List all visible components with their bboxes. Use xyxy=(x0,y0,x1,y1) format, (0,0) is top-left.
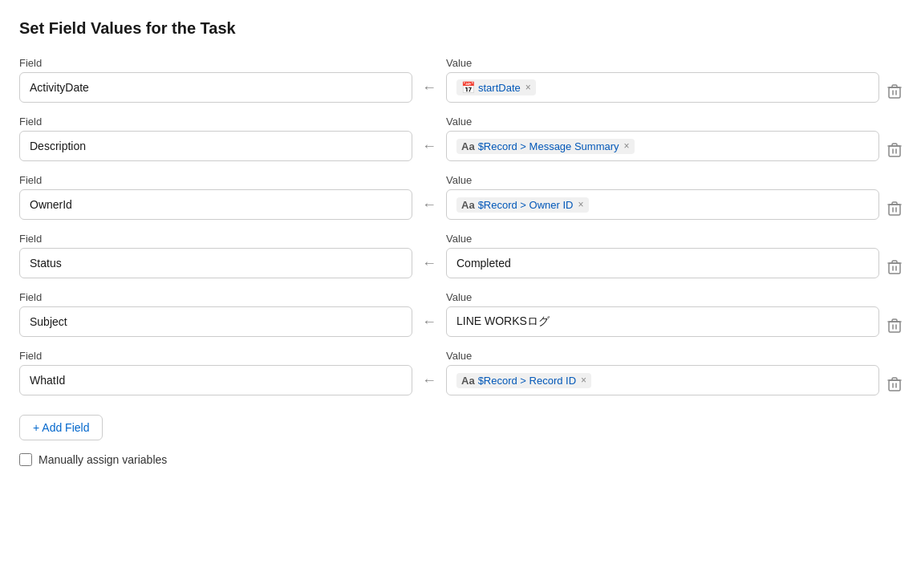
tag-text: $Record > Message Summary xyxy=(478,140,619,152)
manually-assign-checkbox[interactable] xyxy=(19,453,32,466)
value-label: Value xyxy=(446,291,879,303)
manually-assign-text: Manually assign variables xyxy=(39,453,167,466)
arrow-icon: ← xyxy=(412,197,446,220)
delete-row-button[interactable] xyxy=(887,142,902,161)
tag-close-button[interactable]: × xyxy=(578,199,583,210)
value-tag: Aa$Record > Owner ID× xyxy=(456,197,589,213)
field-group: FieldSubject xyxy=(19,291,412,337)
svg-rect-1 xyxy=(889,146,900,156)
field-input[interactable]: Status xyxy=(19,248,412,278)
field-row: FieldOwnerId←ValueAa$Record > Owner ID× xyxy=(19,174,902,220)
trash-icon xyxy=(887,142,902,158)
tag-text: $Record > Owner ID xyxy=(478,199,574,211)
field-input[interactable]: OwnerId xyxy=(19,189,412,220)
field-row: FieldSubject←ValueLINE WORKSログ xyxy=(19,291,902,337)
field-input[interactable]: Subject xyxy=(19,306,412,337)
delete-row-button[interactable] xyxy=(887,201,902,220)
value-label: Value xyxy=(446,233,879,245)
value-input[interactable]: 📅startDate× xyxy=(446,72,879,103)
value-tag: Aa$Record > Record ID× xyxy=(456,373,591,388)
value-input[interactable]: Aa$Record > Owner ID× xyxy=(446,189,879,220)
field-label: Field xyxy=(19,291,412,303)
svg-rect-4 xyxy=(889,322,900,332)
delete-row-button[interactable] xyxy=(887,318,902,337)
tag-close-button[interactable]: × xyxy=(581,375,586,386)
field-row: FieldWhatId←ValueAa$Record > Record ID× xyxy=(19,350,902,395)
value-tag: 📅startDate× xyxy=(456,79,536,95)
delete-row-button[interactable] xyxy=(887,83,902,103)
svg-rect-3 xyxy=(889,263,900,274)
value-tag: Aa$Record > Message Summary× xyxy=(456,139,635,154)
value-input[interactable]: LINE WORKSログ xyxy=(446,306,879,337)
field-group: FieldStatus xyxy=(19,233,412,278)
trash-icon xyxy=(887,201,902,217)
value-label: Value xyxy=(446,174,879,186)
arrow-icon: ← xyxy=(412,138,446,161)
field-row: FieldStatus←ValueCompleted xyxy=(19,233,902,278)
field-label: Field xyxy=(19,350,412,362)
field-row: FieldActivityDate←Value📅startDate× xyxy=(19,57,902,103)
arrow-icon: ← xyxy=(412,79,446,103)
text-icon: Aa xyxy=(461,199,475,211)
add-field-label: + Add Field xyxy=(33,421,89,434)
field-input[interactable]: Description xyxy=(19,131,412,161)
field-group: FieldOwnerId xyxy=(19,174,412,220)
field-label: Field xyxy=(19,116,412,128)
svg-rect-5 xyxy=(889,380,900,391)
value-group: ValueCompleted xyxy=(446,233,879,278)
arrow-icon: ← xyxy=(412,255,446,278)
delete-row-button[interactable] xyxy=(887,259,902,278)
trash-icon xyxy=(887,376,902,392)
value-group: ValueAa$Record > Owner ID× xyxy=(446,174,879,220)
value-group: ValueLINE WORKSログ xyxy=(446,291,879,337)
value-group: Value📅startDate× xyxy=(446,57,879,103)
arrow-icon: ← xyxy=(412,314,446,337)
svg-rect-2 xyxy=(889,205,900,215)
tag-close-button[interactable]: × xyxy=(624,140,630,152)
trash-icon xyxy=(887,83,902,99)
field-label: Field xyxy=(19,57,412,69)
tag-close-button[interactable]: × xyxy=(525,82,531,93)
value-input[interactable]: Aa$Record > Message Summary× xyxy=(446,131,879,161)
value-label: Value xyxy=(446,350,879,362)
arrow-icon: ← xyxy=(412,372,446,395)
field-label: Field xyxy=(19,233,412,245)
text-icon: Aa xyxy=(461,375,475,387)
value-label: Value xyxy=(446,116,879,128)
field-input[interactable]: WhatId xyxy=(19,365,412,395)
add-field-button[interactable]: + Add Field xyxy=(19,415,103,440)
field-row: FieldDescription←ValueAa$Record > Messag… xyxy=(19,116,902,161)
page-title: Set Field Values for the Task xyxy=(19,19,902,38)
text-icon: Aa xyxy=(461,140,475,152)
field-group: FieldDescription xyxy=(19,116,412,161)
value-label: Value xyxy=(446,57,879,69)
field-rows-container: FieldActivityDate←Value📅startDate× Field… xyxy=(19,57,902,395)
trash-icon xyxy=(887,318,902,334)
delete-row-button[interactable] xyxy=(887,376,902,395)
tag-text: startDate xyxy=(478,82,521,94)
trash-icon xyxy=(887,259,902,275)
manually-assign-label[interactable]: Manually assign variables xyxy=(19,453,902,466)
svg-rect-0 xyxy=(889,87,900,98)
value-group: ValueAa$Record > Record ID× xyxy=(446,350,879,395)
calendar-icon: 📅 xyxy=(461,81,475,94)
field-group: FieldWhatId xyxy=(19,350,412,395)
value-group: ValueAa$Record > Message Summary× xyxy=(446,116,879,161)
tag-text: $Record > Record ID xyxy=(478,375,576,387)
value-input[interactable]: Aa$Record > Record ID× xyxy=(446,365,879,395)
field-input[interactable]: ActivityDate xyxy=(19,72,412,103)
value-input[interactable]: Completed xyxy=(446,248,879,278)
field-label: Field xyxy=(19,174,412,186)
field-group: FieldActivityDate xyxy=(19,57,412,103)
